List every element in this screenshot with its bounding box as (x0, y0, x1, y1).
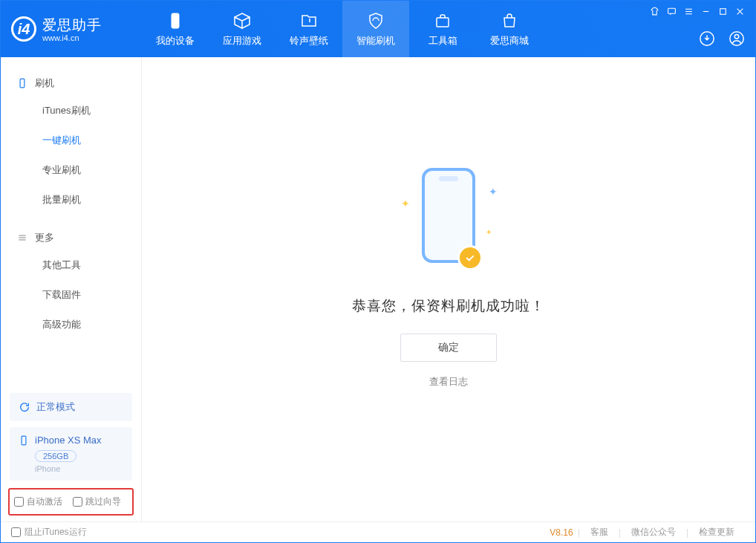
main-content: ✦ ✦ ✦ 恭喜您，保资料刷机成功啦！ 确定 查看日志 (142, 57, 755, 521)
phone-illustration-icon (422, 168, 475, 263)
nav-label: 铃声壁纸 (290, 34, 328, 48)
phone-outline-icon (17, 78, 27, 88)
menu-icon[interactable] (684, 7, 694, 16)
app-name: 爱思助手 (42, 16, 102, 35)
version-label: V8.16 (550, 527, 573, 538)
success-illustration: ✦ ✦ ✦ (422, 190, 475, 263)
logo-icon: i4 (11, 16, 36, 42)
sidebar-item-pro-flash[interactable]: 专业刷机 (1, 155, 141, 185)
phone-icon (166, 11, 185, 30)
sidebar-group-flash: 刷机 (1, 71, 141, 96)
app-url: www.i4.cn (42, 33, 102, 42)
footer-link-service[interactable]: 客服 (590, 526, 608, 539)
minimize-button[interactable] (701, 7, 711, 16)
sidebar: 刷机 iTunes刷机 一键刷机 专业刷机 批量刷机 更多 其他工具 下载固件 … (1, 57, 142, 521)
folder-music-icon (299, 11, 319, 30)
mode-label: 正常模式 (36, 400, 75, 414)
nav-toolbox[interactable]: 工具箱 (409, 1, 476, 57)
svg-rect-7 (720, 9, 726, 15)
shield-sync-icon (366, 11, 385, 30)
cube-icon (232, 11, 252, 30)
feedback-icon[interactable] (667, 7, 677, 16)
nav-flash[interactable]: 智能刷机 (342, 1, 409, 57)
sync-icon (19, 401, 30, 413)
sidebar-item-advanced[interactable]: 高级功能 (1, 310, 141, 339)
logo[interactable]: i4 爱思助手 www.i4.cn (11, 16, 142, 42)
mode-indicator[interactable]: 正常模式 (10, 393, 132, 421)
ok-button[interactable]: 确定 (400, 334, 497, 362)
sidebar-item-itunes-flash[interactable]: iTunes刷机 (1, 96, 141, 126)
account-icon[interactable] (729, 30, 745, 47)
bag-icon (500, 11, 519, 30)
checkbox-skip-guide[interactable]: 跳过向导 (73, 495, 121, 508)
sidebar-item-batch-flash[interactable]: 批量刷机 (1, 185, 141, 215)
top-nav: 我的设备 应用游戏 铃声壁纸 智能刷机 工具箱 爱思商城 (142, 1, 543, 57)
sidebar-item-oneclick-flash[interactable]: 一键刷机 (1, 126, 141, 155)
sidebar-group-label: 更多 (35, 231, 54, 244)
nav-label: 应用游戏 (223, 34, 261, 48)
skip-guide-input[interactable] (73, 497, 82, 507)
footer-link-update[interactable]: 检查更新 (699, 526, 734, 539)
nav-store[interactable]: 爱思商城 (476, 1, 543, 57)
app-header: i4 爱思助手 www.i4.cn 我的设备 应用游戏 铃声壁纸 智能刷机 工具… (1, 1, 755, 57)
footer-link-wechat[interactable]: 微信公众号 (631, 526, 676, 539)
auto-activate-input[interactable] (14, 497, 24, 507)
check-badge-icon (457, 245, 483, 270)
svg-rect-0 (172, 13, 179, 28)
window-controls (650, 7, 745, 16)
toolbox-icon (433, 11, 452, 30)
device-phone-icon (19, 435, 29, 446)
flash-options-highlight: 自动激活 跳过向导 (8, 488, 134, 516)
nav-apps[interactable]: 应用游戏 (209, 1, 276, 57)
sidebar-group-label: 刷机 (35, 77, 54, 90)
sidebar-item-download-firmware[interactable]: 下载固件 (1, 280, 141, 310)
svg-rect-2 (668, 8, 676, 13)
nav-label: 智能刷机 (356, 34, 395, 48)
status-bar: 阻止iTunes运行 V8.16 | 客服 | 微信公众号 | 检查更新 (1, 521, 755, 542)
svg-rect-13 (20, 79, 25, 88)
checkbox-auto-activate[interactable]: 自动激活 (14, 495, 62, 508)
nav-my-device[interactable]: 我的设备 (142, 1, 209, 57)
download-icon[interactable] (699, 30, 715, 47)
device-capacity-badge: 256GB (35, 450, 76, 462)
view-log-link[interactable]: 查看日志 (429, 375, 468, 388)
device-type: iPhone (35, 464, 123, 473)
device-name: iPhone XS Max (35, 435, 102, 446)
list-icon (17, 233, 27, 243)
svg-rect-1 (437, 18, 449, 27)
checkbox-label: 阻止iTunes运行 (25, 526, 87, 539)
close-button[interactable] (735, 7, 745, 16)
sidebar-group-more: 更多 (1, 225, 141, 250)
device-card[interactable]: iPhone XS Max 256GB iPhone (10, 427, 132, 481)
nav-label: 工具箱 (428, 34, 457, 48)
svg-rect-17 (22, 436, 26, 445)
sidebar-item-other-tools[interactable]: 其他工具 (1, 250, 141, 280)
maximize-button[interactable] (718, 7, 728, 16)
svg-point-12 (734, 35, 739, 39)
block-itunes-input[interactable] (11, 527, 21, 537)
nav-label: 我的设备 (156, 34, 195, 48)
nav-ringtones[interactable]: 铃声壁纸 (276, 1, 342, 57)
nav-label: 爱思商城 (490, 34, 529, 48)
checkbox-label: 跳过向导 (85, 495, 121, 508)
success-message: 恭喜您，保资料刷机成功啦！ (352, 296, 545, 316)
skin-icon[interactable] (650, 7, 659, 16)
checkbox-block-itunes[interactable]: 阻止iTunes运行 (11, 526, 87, 539)
checkbox-label: 自动激活 (27, 495, 62, 508)
